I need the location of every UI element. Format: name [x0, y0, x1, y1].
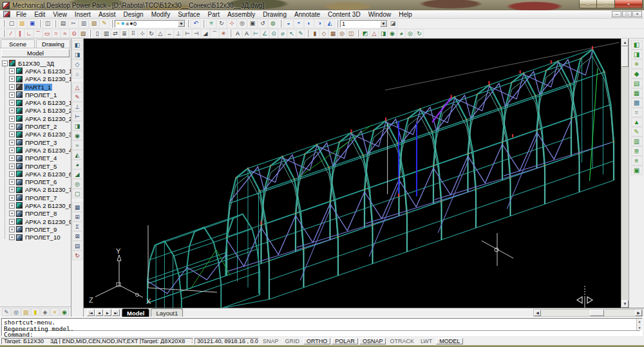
- menu-drawing[interactable]: Drawing: [259, 11, 290, 18]
- chamfer-button[interactable]: ◢: [201, 29, 210, 38]
- menu-assembly[interactable]: Assembly: [223, 11, 259, 18]
- menu-insert[interactable]: Insert: [71, 11, 95, 18]
- redraw-button[interactable]: ✳: [206, 19, 216, 28]
- expand-toggle[interactable]: +: [9, 84, 15, 90]
- landscape-new-button[interactable]: ▲: [631, 117, 643, 127]
- next-tab-button[interactable]: ▶: [104, 309, 111, 316]
- sketch-button[interactable]: ✎: [72, 92, 82, 102]
- move-button[interactable]: ⊹: [138, 29, 147, 38]
- minimize-button[interactable]: –: [579, 0, 597, 8]
- polyline-button[interactable]: ∟: [24, 29, 33, 38]
- revolve-feature-button[interactable]: ◉: [72, 131, 82, 140]
- paste-button[interactable]: ▧: [89, 19, 99, 28]
- plot-preview-button[interactable]: ◫: [43, 19, 53, 28]
- tab-scene[interactable]: Scene: [1, 39, 35, 48]
- menu-edit[interactable]: Edit: [30, 11, 49, 18]
- tree-item-арка-6-б1230-1[interactable]: +АРКА 6 Б1230_1: [0, 98, 71, 106]
- rectangle-button[interactable]: ▭: [43, 29, 52, 38]
- scenes-button[interactable]: ◨: [631, 50, 643, 59]
- style-combo[interactable]: 1▼: [340, 20, 388, 28]
- rotate-button[interactable]: ↻: [147, 29, 156, 38]
- ortho-toggle[interactable]: ORTHO: [303, 338, 330, 344]
- polar-toggle[interactable]: POLAR: [332, 338, 358, 344]
- tree-item-арка-1-б1230-1[interactable]: +АРКА 1 Б1230_1: [0, 67, 71, 75]
- today-button[interactable]: ◒: [283, 19, 294, 28]
- profile-button[interactable]: △: [370, 29, 379, 38]
- dim-aligned-button[interactable]: ∠: [260, 29, 269, 38]
- background-button[interactable]: ▩: [631, 98, 643, 108]
- update-assembly-button[interactable]: ↻: [72, 250, 82, 260]
- save-button[interactable]: ▣: [27, 19, 37, 28]
- scroll-right-button[interactable]: ▶: [635, 310, 642, 316]
- model-toggle[interactable]: MODEL: [436, 338, 463, 344]
- tree-item-арка-2-б1230-3[interactable]: +АРКА 2 Б1230_3: [0, 131, 71, 138]
- extend-button[interactable]: ⊢: [183, 29, 192, 38]
- offset-button[interactable]: ≣: [120, 29, 129, 38]
- lwt-toggle[interactable]: LWT: [418, 338, 435, 344]
- dim-radius-button[interactable]: ⊙: [269, 29, 278, 38]
- expand-toggle[interactable]: +: [9, 164, 15, 169]
- chevron-down-icon[interactable]: ▼: [178, 21, 185, 27]
- mesh-3d-button[interactable]: ▦: [328, 29, 337, 38]
- expand-toggle[interactable]: +: [9, 187, 15, 192]
- solid-2d-button[interactable]: ▮: [310, 29, 319, 38]
- profile-sketch-button[interactable]: △: [72, 82, 82, 92]
- menu-design[interactable]: Design: [120, 11, 147, 18]
- dim-diameter-button[interactable]: ⌀: [278, 29, 287, 38]
- circle-button[interactable]: ○: [52, 29, 61, 38]
- layout-tab-model[interactable]: Model: [122, 308, 149, 317]
- mass-properties-button[interactable]: Σ: [72, 221, 82, 231]
- drawing-layout-button[interactable]: ▤: [72, 241, 82, 250]
- lights-button[interactable]: ✳: [631, 59, 643, 69]
- tree-item-пролет-6[interactable]: +ПРОЛЕТ_6: [0, 178, 71, 185]
- expand-toggle[interactable]: +: [9, 131, 15, 137]
- statistics-button[interactable]: ≡: [631, 156, 643, 165]
- trim-button[interactable]: ⊥: [174, 29, 183, 38]
- tree-item-пролет-7[interactable]: +ПРОЛЕТ_7: [0, 194, 71, 202]
- hole-feature-button[interactable]: ◎: [72, 179, 82, 189]
- doc-restore-button[interactable]: □: [622, 11, 632, 17]
- arc-button[interactable]: ⌒: [33, 29, 43, 38]
- scroll-left-button[interactable]: ◀: [534, 310, 541, 316]
- desktop-web-button[interactable]: ◉: [60, 308, 69, 316]
- maximize-button[interactable]: □: [597, 0, 614, 8]
- loft-feature-button[interactable]: ◭: [72, 150, 82, 160]
- face-3d-button[interactable]: ◇: [319, 29, 328, 38]
- doc-minimize-button[interactable]: –: [612, 11, 621, 17]
- hatch-button[interactable]: ▨: [79, 29, 88, 38]
- line-button[interactable]: ∕: [6, 29, 15, 38]
- dim-style-button[interactable]: ✎: [296, 29, 305, 38]
- new-part-button[interactable]: ◩: [361, 29, 370, 38]
- materials-button[interactable]: ◆: [631, 69, 643, 79]
- otrack-toggle[interactable]: OTRACK: [387, 338, 417, 344]
- fillet-feature-button[interactable]: ◕: [72, 160, 82, 169]
- erase-button[interactable]: ▯: [93, 29, 102, 38]
- expand-toggle[interactable]: +: [9, 211, 15, 216]
- spline-button[interactable]: ≈: [61, 29, 70, 38]
- constraint-button[interactable]: ⊥: [72, 102, 82, 111]
- render-button[interactable]: ◧: [631, 40, 643, 50]
- close-button[interactable]: ×: [614, 0, 643, 8]
- orbit-3d-button[interactable]: ◍: [268, 19, 278, 28]
- expand-toggle[interactable]: +: [9, 203, 15, 209]
- menu-surface[interactable]: Surface: [174, 11, 204, 18]
- desktop-folder-button[interactable]: ▨: [21, 308, 30, 316]
- menu-part[interactable]: Part: [204, 11, 223, 18]
- extrude-button[interactable]: ◨: [379, 29, 388, 38]
- expand-toggle[interactable]: +: [9, 68, 15, 74]
- menu-assist[interactable]: Assist: [95, 11, 120, 18]
- match-properties-button[interactable]: ✎: [99, 19, 109, 28]
- expand-toggle[interactable]: +: [9, 195, 15, 201]
- tree-item-б12х30-3д[interactable]: −Б12Х30__3Д: [0, 59, 71, 67]
- expand-toggle[interactable]: +: [9, 234, 15, 240]
- tree-item-арка-1-б1230-2[interactable]: +АРКА 1 Б1230_2: [0, 107, 71, 115]
- expand-toggle[interactable]: +: [9, 140, 15, 145]
- zoom-previous-button[interactable]: ↺: [258, 19, 268, 28]
- desktop-highlight-button[interactable]: ▮: [31, 308, 40, 316]
- shade-toggle-button[interactable]: ◪: [388, 19, 398, 28]
- undo-button[interactable]: ↶: [191, 19, 201, 28]
- expand-toggle[interactable]: +: [9, 227, 15, 232]
- vscroll-thumb[interactable]: [621, 46, 629, 67]
- menu-window[interactable]: Window: [365, 11, 395, 18]
- expand-toggle[interactable]: +: [9, 92, 15, 98]
